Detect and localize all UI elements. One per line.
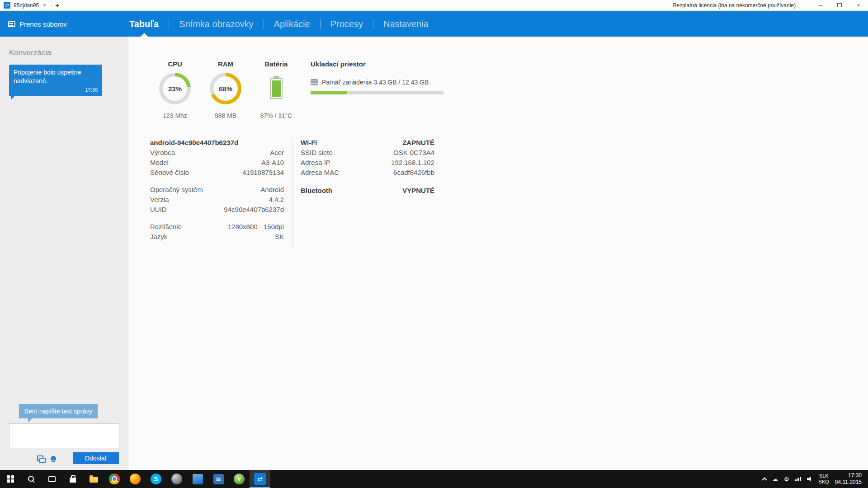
device-row-value: 41910879134	[242, 169, 284, 176]
wifi-row-label: Adresa IP	[301, 159, 330, 166]
file-transfer-icon	[8, 21, 15, 27]
minimize-button[interactable]: ─	[811, 0, 830, 10]
device-info-column: android-94c90e4407b6237d Výrobca Acer Mo…	[150, 137, 284, 248]
send-file-icon[interactable]	[37, 455, 43, 461]
device-row-label: UUID	[150, 206, 167, 213]
wifi-row-value: OSK-0C73A4	[393, 149, 434, 156]
chat-input-hint-tail	[28, 418, 32, 422]
tab-settings-label: Nastavenia	[383, 19, 429, 29]
close-button[interactable]: ×	[849, 0, 868, 10]
store-bag-icon	[70, 478, 76, 483]
tab-screenshot[interactable]: Snímka obrazovky	[169, 11, 264, 37]
device-row: Výrobca Acer	[150, 147, 284, 157]
task-view-button[interactable]	[42, 470, 62, 488]
device-row-value: A3-A10	[261, 159, 284, 166]
teamviewer-icon	[254, 473, 266, 485]
photos-button[interactable]	[187, 470, 208, 488]
storage-detail: Pamäť zariadenia 3.43 GB / 12.43 GB	[322, 79, 429, 86]
session-tab[interactable]: ⇄ 95djdan95 ×	[0, 0, 52, 10]
folder-icon	[90, 477, 98, 483]
settings-tray-icon[interactable]	[784, 476, 789, 482]
remote-session-header: Prenos súborov Tabuľa Snímka obrazovky A…	[0, 11, 868, 37]
chat-input[interactable]	[9, 423, 119, 448]
ram-detail: 988 MB	[200, 112, 251, 119]
device-row: Jazyk SK	[150, 231, 284, 241]
device-row: Sériové číslo 41910879134	[150, 167, 284, 177]
chat-message-text: Pripojenie bolo úspešne nadviazané.	[14, 69, 81, 84]
device-row: Rozlíšenie 1280x800 - 150dpi	[150, 221, 284, 231]
ram-label: RAM	[200, 60, 251, 68]
device-row-label: Model	[150, 159, 169, 166]
clock-date: 04.11.2015	[835, 479, 862, 486]
firefox-icon	[130, 474, 141, 484]
chrome-button[interactable]	[104, 470, 125, 488]
ram-widget: RAM 68% 988 MB	[200, 60, 251, 119]
mail-icon	[213, 474, 224, 484]
cloud-tray-icon[interactable]	[772, 476, 778, 482]
skype-button[interactable]	[146, 470, 166, 488]
tab-applications[interactable]: Aplikácie	[264, 11, 320, 37]
green-v-app-icon	[234, 474, 245, 484]
buzz-icon[interactable]	[51, 456, 56, 460]
device-row: Operačný systém Android	[150, 184, 284, 194]
device-row-value: Acer	[270, 149, 284, 156]
dashboard-main: CPU 23% 123 Mhz RAM 68% 988 MB Batér	[129, 37, 868, 470]
send-button[interactable]: Odoslať	[73, 452, 119, 464]
bluetooth-label: Bluetooth	[301, 187, 332, 194]
wifi-details-group: SSID siete OSK-0C73A4 Adresa IP 192.168.…	[301, 147, 434, 177]
window-controls: ─ ×	[811, 0, 868, 10]
header-tabs: Tabuľa Snímka obrazovky Aplikácie Proces…	[119, 11, 439, 37]
network-signal-icon[interactable]	[795, 477, 801, 481]
connectivity-column: Wi-Fi ZAPNUTÉ SSID siete OSK-0C73A4 Adre…	[301, 137, 434, 248]
device-row-value: 94c90e4407b6237d	[224, 206, 284, 213]
battery-detail: 87% / 31°C	[251, 112, 302, 119]
mail-button[interactable]	[208, 470, 229, 488]
ram-percent: 68%	[213, 76, 238, 101]
storage-icon	[311, 79, 318, 85]
language-indicator[interactable]: SLK SKQ	[819, 473, 829, 485]
teamviewer-taskbar-button[interactable]	[250, 470, 270, 488]
taskbar-clock[interactable]: 17:30 04.11.2015	[835, 472, 863, 486]
tab-dashboard-label: Tabuľa	[129, 19, 159, 29]
wifi-label: Wi-Fi	[301, 139, 317, 146]
photos-icon	[193, 474, 203, 484]
wifi-row-value: 192.168.1.102	[391, 159, 434, 166]
battery-widget: Batéria 87% / 31°C	[251, 60, 302, 119]
file-transfer-button[interactable]: Prenos súborov	[0, 20, 108, 28]
gray-app-button[interactable]	[166, 470, 187, 488]
storage-title: Ukladací priestor	[311, 60, 451, 68]
chat-title: Konverzácia	[0, 37, 128, 57]
gray-app-icon	[171, 474, 182, 484]
titlebar: ⇄ 95djdan95 × + Bezplatná licencia (iba …	[0, 0, 868, 11]
wifi-row-value: 6cadf8426fbb	[393, 169, 434, 176]
firefox-button[interactable]	[125, 470, 146, 488]
volume-icon[interactable]	[807, 476, 813, 482]
new-tab-button[interactable]: +	[52, 0, 63, 10]
tab-settings[interactable]: Nastavenia	[373, 11, 439, 37]
chat-message-bubble: Pripojenie bolo úspešne nadviazané. 17:3…	[9, 65, 102, 96]
clock-time: 17:30	[835, 472, 862, 479]
show-hidden-icons-chevron[interactable]	[762, 477, 767, 482]
device-group-os: Operačný systém Android Verzia 4.4.2 UUI…	[150, 184, 284, 214]
battery-icon	[270, 78, 283, 99]
file-explorer-button[interactable]	[83, 470, 104, 488]
session-tab-close-icon[interactable]: ×	[43, 2, 47, 9]
wifi-row-label: SSID siete	[301, 149, 333, 156]
search-icon	[28, 475, 35, 483]
start-button[interactable]	[0, 470, 21, 488]
ram-gauge: 68%	[210, 73, 241, 104]
store-button[interactable]	[62, 470, 83, 488]
green-app-button[interactable]	[229, 470, 250, 488]
teamviewer-logo-icon: ⇄	[4, 2, 10, 9]
language-top: SLK	[819, 473, 829, 479]
language-bottom: SKQ	[819, 479, 829, 485]
cpu-gauge: 23%	[159, 73, 191, 104]
search-button[interactable]	[21, 470, 42, 488]
device-row-label: Jazyk	[150, 233, 167, 240]
device-row-label: Výrobca	[150, 149, 175, 156]
device-row-label: Rozlíšenie	[150, 223, 182, 230]
maximize-button[interactable]	[830, 0, 849, 10]
tab-processes[interactable]: Procesy	[321, 11, 373, 37]
windows-logo-icon	[7, 475, 14, 483]
tab-dashboard[interactable]: Tabuľa	[119, 11, 169, 37]
